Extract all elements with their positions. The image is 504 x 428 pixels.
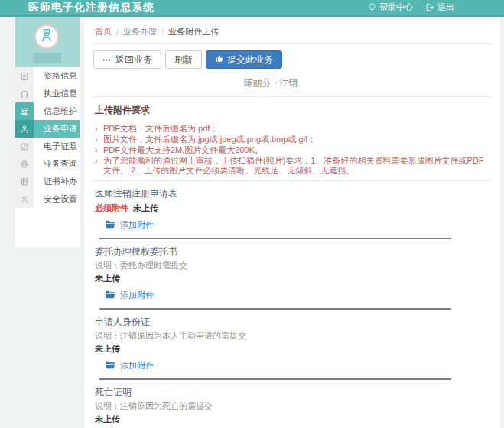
help-center-label: 帮助中心 xyxy=(379,2,413,13)
attachment-section-applicant-id-card: 申请人身份证 说明：注销原因为本人主动申请的需提交 未上传 添加附件 xyxy=(93,310,491,380)
upload-requirements-list: › PDF文档，文件后缀名为.pdf； › 图片文件，文件后缀名为.jpg或.j… xyxy=(93,124,491,176)
avatar-panel xyxy=(15,17,80,67)
refresh-button-label: 刷新 xyxy=(174,54,193,66)
doctor-avatar-icon xyxy=(38,27,55,47)
sidebar-item-certificate-reissue[interactable]: 证书补办 xyxy=(15,173,80,190)
thumbs-up-icon xyxy=(215,54,223,65)
sidebar-item-label: 证书补办 xyxy=(34,173,80,190)
submit-button-label: 提交此业务 xyxy=(227,54,273,66)
requirement-item: › PDF文档，文件后缀名为.pdf； xyxy=(95,124,491,134)
requirement-item: › 为了您能顺利的通过网上审核，上传扫描件(照片)要求：1、准备好的相关资料需要… xyxy=(95,156,491,176)
globe-icon xyxy=(15,155,34,173)
sidebar-item-label: 安全设置 xyxy=(34,190,80,208)
sidebar-item-label: 执业信息 xyxy=(34,85,80,102)
avatar[interactable] xyxy=(34,24,59,49)
chevron-bullet-icon: › xyxy=(95,124,103,134)
breadcrumb: 首页 / 业务办理 / 业务附件上传 xyxy=(93,20,491,44)
attachment-section-death-certificate: 死亡证明 说明：注销原因为死亡的需提交 未上传 添加附件 xyxy=(93,380,491,428)
chevron-bullet-icon: › xyxy=(95,135,103,144)
help-center-link[interactable]: 帮助中心 xyxy=(368,2,413,13)
requirement-item: › 图片文件，文件后缀名为.jpg或.jpeg或.png或.bmp或.gif； xyxy=(95,135,491,144)
breadcrumb-current: 业务附件上传 xyxy=(168,26,219,37)
upload-status: 未上传 xyxy=(95,413,120,425)
logout-icon xyxy=(425,3,434,12)
breadcrumb-home[interactable]: 首页 xyxy=(95,26,112,37)
sidebar-item-label: 业务申请 xyxy=(34,120,80,138)
add-attachment-label: 添加附件 xyxy=(120,290,154,301)
sidebar-item-electronic-certificate[interactable]: 电子证照 xyxy=(15,138,80,155)
headset-icon xyxy=(15,85,34,102)
add-attachment-button[interactable]: 添加附件 xyxy=(105,360,491,371)
folder-icon xyxy=(105,361,115,371)
upload-requirements-title: 上传附件要求 xyxy=(93,104,491,117)
sidebar-item-qualification-info[interactable]: 资格信息 xyxy=(15,67,80,85)
back-to-business-button[interactable]: ⋯ 返回业务 xyxy=(93,50,161,69)
sidebar-menu: 资格信息 执业信息 信息维护 业务申请 电子证照 xyxy=(15,67,80,208)
sidebar-item-label: 资格信息 xyxy=(34,67,80,85)
certificate-edit-icon xyxy=(15,138,34,155)
applicant-business-label: 陈丽芬 - 注销 xyxy=(93,69,491,97)
user-icon xyxy=(15,120,34,138)
breadcrumb-business-handling[interactable]: 业务办理 xyxy=(123,26,157,37)
sidebar-item-business-query[interactable]: 业务查询 xyxy=(15,155,80,173)
logout-label: 退出 xyxy=(437,2,454,13)
attachment-title: 申请人身份证 xyxy=(93,316,491,329)
toolbar: ⋯ 返回业务 刷新 提交此业务 xyxy=(93,50,491,69)
document-icon xyxy=(15,67,34,85)
attachment-section-deregistration-form: 医师注销注册申请表 必须附件 未上传 添加附件 xyxy=(93,181,491,239)
refresh-button[interactable]: 刷新 xyxy=(165,50,202,69)
attachment-note: 说明：委托办理时需提交 xyxy=(93,261,491,271)
logout-link[interactable]: 退出 xyxy=(425,2,454,13)
attachment-title: 委托办理授权委托书 xyxy=(93,245,491,258)
breadcrumb-separator: / xyxy=(161,28,164,37)
sidebar: 资格信息 执业信息 信息维护 业务申请 电子证照 xyxy=(15,17,80,247)
folder-icon xyxy=(105,290,115,300)
avatar-name-placeholder xyxy=(33,53,61,63)
sidebar-item-security-settings[interactable]: 安全设置 xyxy=(15,190,80,208)
add-attachment-button[interactable]: 添加附件 xyxy=(105,290,491,301)
folder-icon xyxy=(105,220,115,230)
lightbulb-icon xyxy=(368,3,376,12)
attachment-section-authorization-letter: 委托办理授权委托书 说明：委托办理时需提交 未上传 添加附件 xyxy=(93,239,491,310)
sidebar-item-info-maintenance[interactable]: 信息维护 xyxy=(15,102,80,120)
upload-status: 未上传 xyxy=(95,273,120,284)
attachment-note: 说明：注销原因为本人主动申请的需提交 xyxy=(93,331,491,341)
user-settings-icon xyxy=(15,190,34,208)
upload-status: 未上传 xyxy=(133,203,158,214)
back-button-label: 返回业务 xyxy=(115,54,152,66)
ellipsis-icon: ⋯ xyxy=(102,55,112,65)
add-attachment-label: 添加附件 xyxy=(120,219,154,231)
submit-business-button[interactable]: 提交此业务 xyxy=(206,50,282,69)
main-panel: 首页 / 业务办理 / 业务附件上传 ⋯ 返回业务 刷新 提交此业务 陈丽芬 -… xyxy=(84,20,500,428)
chevron-bullet-icon: › xyxy=(95,145,103,155)
add-attachment-label: 添加附件 xyxy=(120,360,154,371)
requirement-item: › PDF文件最大支持2M,图片文件最大200K。 xyxy=(95,145,491,155)
app-title: 医师电子化注册信息系统 xyxy=(28,1,154,15)
app-header: 医师电子化注册信息系统 帮助中心 退出 xyxy=(0,0,504,17)
sidebar-item-label: 电子证照 xyxy=(34,138,80,155)
breadcrumb-separator: / xyxy=(116,28,119,37)
chevron-bullet-icon: › xyxy=(95,156,103,176)
attachment-title: 医师注销注册申请表 xyxy=(93,187,491,200)
sidebar-item-label: 业务查询 xyxy=(34,155,80,173)
upload-status: 未上传 xyxy=(95,343,120,355)
required-badge: 必须附件 xyxy=(95,203,128,214)
add-attachment-button[interactable]: 添加附件 xyxy=(105,219,491,231)
sidebar-item-label: 信息维护 xyxy=(34,102,80,120)
attachment-note: 说明：注销原因为死亡的需提交 xyxy=(93,401,491,411)
notebook-icon xyxy=(15,173,34,190)
attachment-title: 死亡证明 xyxy=(93,386,491,399)
sidebar-item-business-application[interactable]: 业务申请 xyxy=(15,120,80,138)
id-card-icon xyxy=(15,102,34,120)
sidebar-item-practice-info[interactable]: 执业信息 xyxy=(15,85,80,102)
